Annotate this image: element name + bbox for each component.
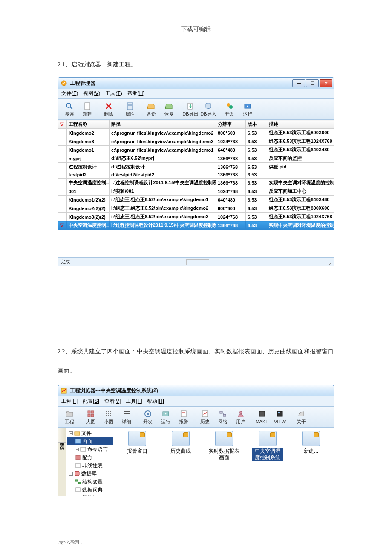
tree-node-cmd[interactable]: +命令语言 (67, 445, 113, 454)
bmenu-tool[interactable]: 工具[T] (126, 398, 142, 405)
run-icon (161, 409, 171, 419)
tree-node-structvar[interactable]: 结构变量 (67, 478, 113, 486)
thumb-history-curve[interactable]: 历史曲线 (165, 431, 196, 492)
btool-user[interactable]: 用户 (233, 408, 249, 425)
browser-toolbar: 工程 大图 小图 详细 开发 运行 报警 历史 网络 用户 MAKE VIEW … (58, 407, 334, 428)
table-row[interactable]: Kingdemo2e:\program files\kingview\examp… (58, 129, 334, 137)
tree-node-alarmgrp[interactable]: 报警组 (67, 494, 113, 496)
tree-root-file[interactable]: −文件 (67, 429, 113, 437)
svg-rect-59 (78, 482, 81, 484)
nav-tree[interactable]: −文件 画面 +命令语言 配方 非线性表 −数据库 结构变量 数据词典 报警组 (66, 428, 114, 496)
btool-big[interactable]: 大图 (83, 408, 99, 425)
table-row[interactable]: Kingdemo3e:\program files\kingview\examp… (58, 137, 334, 146)
db-import-icon (203, 101, 213, 111)
thumb-hvac-system[interactable]: 中央空调温度控制系统 (252, 431, 283, 492)
btool-dev[interactable]: 开发 (140, 408, 156, 425)
thumbnail-icon (172, 431, 190, 446)
menu-file[interactable]: 文件(F) (61, 90, 78, 97)
tree-root-db[interactable]: −数据库 (67, 470, 113, 478)
table-row[interactable]: myprjd:\组态王6.52\myprj1366*7686.53反应车间的监控 (58, 154, 334, 163)
svg-line-2 (70, 107, 72, 109)
titlebar[interactable]: 工程管理器 — ☐ ✕ (58, 78, 334, 89)
svg-rect-6 (127, 103, 133, 110)
statusbar-cells (186, 259, 209, 265)
btool-proj[interactable]: 工程 (61, 408, 78, 425)
tool-delete[interactable]: 删除 (101, 101, 117, 118)
tool-new[interactable]: 新建 (79, 101, 95, 118)
browser-titlebar[interactable]: 工程浏览器---中央空调温度控制系统(2) (58, 385, 334, 396)
btool-net[interactable]: 网络 (215, 408, 231, 425)
page-footer: .专业.整理. (58, 539, 334, 546)
user-icon (236, 409, 246, 419)
menu-view[interactable]: 视图(V) (83, 90, 100, 97)
side-tab-site[interactable]: 站点 (58, 439, 66, 443)
btool-alarm[interactable]: 报警 (176, 408, 192, 425)
detail-icon (121, 409, 132, 419)
menu-help[interactable]: 帮助(H) (127, 90, 145, 97)
table-row[interactable]: Kingdemo2(2)(2)i:\组态王\组态王6.52\bin\exampl… (58, 204, 334, 213)
tree-node-dict[interactable]: 数据词典 (67, 486, 113, 494)
btool-detail[interactable]: 详细 (118, 408, 135, 425)
tool-dbimport[interactable]: DB导入 (200, 101, 216, 118)
statusbar: 完成 (58, 257, 334, 266)
tool-dev[interactable]: 开发 (222, 101, 238, 118)
tool-search[interactable]: 搜索 (61, 101, 78, 118)
menu-tool[interactable]: 工具(T) (105, 90, 122, 97)
make-icon (257, 409, 267, 419)
side-tab-system[interactable]: 系统 (58, 428, 66, 431)
minimize-button[interactable]: — (292, 79, 305, 87)
section-2-1: 2.1、启动浏览器，新建工程。 (58, 56, 334, 73)
db-export-icon (185, 101, 196, 111)
bmenu-view[interactable]: 查看[V] (104, 398, 121, 405)
btool-view[interactable]: VIEW (272, 408, 288, 425)
thumb-alarm-window[interactable]: 报警窗口 (122, 431, 153, 492)
restore-icon (164, 101, 174, 111)
tree-node-recipe[interactable]: 配方 (67, 454, 113, 462)
tool-restore[interactable]: 恢复 (161, 101, 177, 118)
browser-window-title: 工程浏览器---中央空调温度控制系统(2) (70, 387, 332, 394)
table-row[interactable]: testpid2d:\testpid2\testpid21366*7686.53 (58, 171, 334, 179)
thumb-new[interactable]: 新建... (296, 431, 326, 492)
table-row[interactable]: Kingdemo1e:\program files\kingview\examp… (58, 146, 334, 154)
tool-dbexport[interactable]: DB导出 (182, 101, 199, 118)
svg-rect-32 (106, 415, 107, 416)
btool-make[interactable]: MAKE (254, 408, 270, 425)
tree-node-screen[interactable]: 画面 (67, 437, 113, 445)
collapse-icon[interactable]: − (69, 472, 73, 476)
table-row[interactable]: 过程控制设计d:\过程控制设计1366*7686.53供暖 pid (58, 163, 334, 171)
tool-backup[interactable]: 备份 (143, 101, 159, 118)
table-row[interactable]: Kingdemo3(2)(2)i:\组态王\组态王6.52\bin\exampl… (58, 213, 334, 221)
tool-run[interactable]: 运行 (239, 101, 256, 118)
table-row[interactable]: Kingdemo1(2)(2)i:\组态王\组态王6.52\bin\exampl… (58, 196, 334, 204)
table-row[interactable]: ▽中央空调温度控制...i:\过程控制课程设计2011.9.15\中央空调温度控… (58, 221, 334, 230)
project-browser-window: 工程浏览器---中央空调温度控制系统(2) 工程[F] 配置[S] 查看[V] … (58, 385, 334, 496)
resize-grip-icon[interactable] (326, 259, 331, 265)
tool-prop[interactable]: 属性 (122, 101, 138, 118)
thumb-realtime-report[interactable]: 实时数据报表画面 (209, 431, 239, 492)
bmenu-proj[interactable]: 工程[F] (61, 398, 78, 405)
btool-run[interactable]: 运行 (158, 408, 174, 425)
bmenu-help[interactable]: 帮助[H] (147, 398, 164, 405)
bmenu-config[interactable]: 配置[S] (83, 398, 99, 405)
expand-icon[interactable]: + (75, 448, 79, 451)
side-tab-var[interactable]: 变量 (58, 431, 66, 435)
svg-rect-58 (75, 480, 78, 481)
btool-about[interactable]: 关于 (293, 408, 309, 425)
delete-icon (104, 101, 114, 111)
network-icon (218, 409, 228, 419)
close-button[interactable]: ✕ (320, 79, 332, 87)
folder-icon (74, 431, 80, 436)
table-row[interactable]: 001i:\实验\0011024*7686.53反应车间加工中心 (58, 187, 334, 196)
nonlinear-icon (75, 463, 81, 468)
maximize-button[interactable]: ☐ (306, 79, 319, 87)
table-header[interactable]: ▽ 工程名称 路径 分辨率 版本 描述 (58, 120, 334, 129)
project-table[interactable]: ▽ 工程名称 路径 分辨率 版本 描述 Kingdemo2e:\program … (58, 120, 334, 230)
table-row[interactable]: 中央空调温度控制...f:\过程控制课程设计2011.9.15\中央空调温度控制… (58, 179, 334, 187)
svg-rect-10 (188, 103, 192, 109)
btool-hist[interactable]: 历史 (197, 408, 213, 425)
btool-small[interactable]: 小图 (101, 408, 117, 425)
collapse-icon[interactable]: − (69, 431, 73, 435)
side-tab-graph[interactable]: 图库 (58, 435, 66, 439)
tree-node-nonlinear[interactable]: 非线性表 (67, 462, 113, 470)
project-manager-window: 工程管理器 — ☐ ✕ 文件(F) 视图(V) 工具(T) 帮助(H) 搜索 新… (58, 77, 334, 266)
